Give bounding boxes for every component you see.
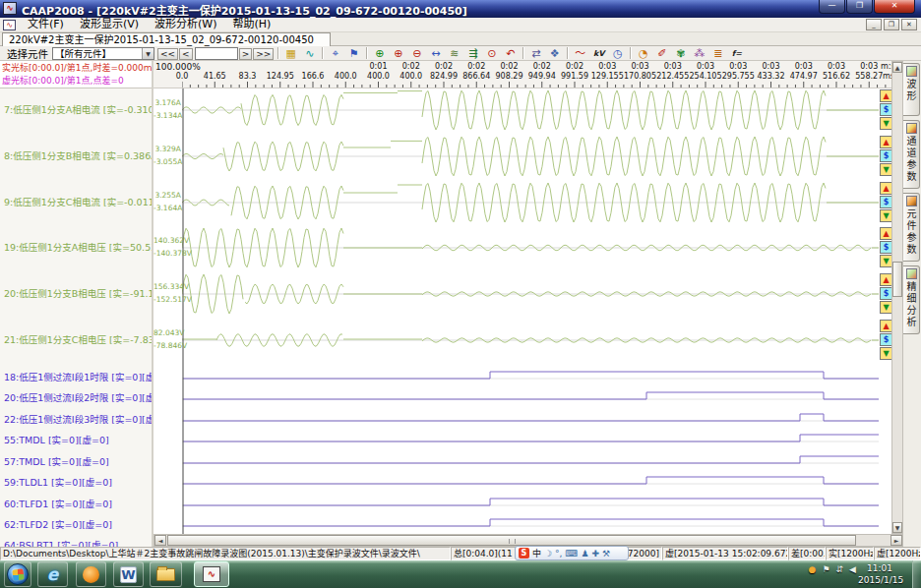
channel-list-panel: 实光标[0:00.0]/第1点,时差=0.000ms 虚光标[0:00.0]/第… — [0, 61, 154, 547]
zoom-in-time-icon[interactable]: ⊕ — [370, 46, 389, 61]
menu-wave-analysis[interactable]: 波形分析(W) — [147, 18, 224, 30]
element-selector-combobox[interactable]: 【所有元件】 ▼ — [52, 47, 154, 60]
axis-tick-ms: 129.155 — [590, 72, 624, 81]
tab-waveform[interactable]: 波形 — [903, 63, 920, 116]
palette-icon[interactable]: ▦ — [281, 46, 300, 61]
chinese-mode-icon[interactable]: 中 — [532, 548, 541, 559]
tab-element-params[interactable]: 元件参数 — [903, 193, 920, 262]
zoom-out-amp-icon[interactable]: ⊖ — [407, 46, 426, 61]
axis-tick-minute: 0:02 — [427, 62, 460, 71]
channel-label-digital-55[interactable]: 55:TMDL [实=0][虚=0] — [4, 433, 152, 446]
phase-pie-icon[interactable]: ◔ — [634, 46, 652, 61]
fit-width-icon[interactable]: ↔ — [426, 46, 445, 61]
skin-icon[interactable]: ✚ — [592, 548, 600, 559]
channel-label-digital-18[interactable]: 18:低压1侧过流Ⅰ段1时限 [实=0][虚=0] — [4, 370, 152, 383]
tray-update-icon[interactable]: ● — [809, 564, 817, 574]
pan-flag-icon[interactable]: ⚑ — [344, 46, 363, 61]
close-button[interactable]: ✕ — [874, 0, 915, 14]
scroll-left-icon[interactable]: ◄ — [154, 535, 166, 546]
scroll-right-icon[interactable]: ► — [890, 535, 902, 546]
show-desktop-button[interactable] — [912, 560, 921, 588]
minimize-button[interactable]: — — [819, 0, 845, 14]
overlay-waves-icon[interactable]: ≋ — [445, 46, 463, 61]
tab-fine-analysis[interactable]: 精细分析 — [903, 265, 920, 334]
prev-page-button[interactable]: < — [179, 48, 193, 60]
word-taskbar-button[interactable]: W — [113, 561, 144, 587]
scroll-down-icon[interactable]: ▼ — [892, 522, 902, 533]
page-input[interactable] — [195, 47, 238, 60]
sine-wave-icon[interactable]: ∿ — [300, 46, 319, 61]
start-button[interactable] — [4, 561, 31, 587]
flower-icon[interactable]: ✾ — [671, 46, 690, 61]
star-analysis-icon[interactable]: ❖ — [545, 46, 564, 61]
clock-icon[interactable]: ◷ — [608, 46, 627, 61]
ie-taskbar-button[interactable]: e — [37, 561, 68, 587]
sequence-bars-icon[interactable]: ≣ — [708, 46, 727, 61]
toolbox-icon[interactable]: ⚒ — [602, 548, 610, 559]
punctuation-icon[interactable]: °, — [555, 548, 562, 559]
ripple-icon[interactable]: 〜 — [571, 46, 589, 61]
kv-icon[interactable]: kV — [589, 46, 608, 61]
channel-label-analog-19[interactable]: 19:低压侧1分支A相电压 [实=50.534V][虚 — [4, 240, 152, 254]
waveform-plot[interactable]: 3.176A-3.134A▲$▼3.329A-3.055A▲$▼3.255A-3… — [154, 88, 891, 534]
sogou-logo-icon[interactable]: S — [519, 548, 529, 559]
channel-label-analog-7[interactable]: 7:低压侧1分支A相电流 [实=-0.310A][虚 — [4, 102, 152, 116]
tray-action-center-icon[interactable]: ⚑ — [822, 564, 829, 574]
cross-waves-icon[interactable]: ⁂ — [690, 46, 708, 61]
y-max-label-19: 140.362V — [154, 236, 181, 245]
menu-file[interactable]: 文件(F) — [20, 18, 72, 30]
swap-compare-icon[interactable]: ⇄ — [526, 46, 545, 61]
channel-label-analog-20[interactable]: 20:低压侧1分支B相电压 [实=-91.178V][ — [4, 286, 152, 300]
toolbar-separator — [322, 47, 323, 59]
maximize-button[interactable]: ❐ — [846, 0, 873, 14]
undo-zoom-icon[interactable]: ↶ — [501, 46, 520, 61]
next-page-button[interactable]: > — [239, 48, 253, 60]
toolbar-separator — [366, 47, 367, 59]
chevron-down-icon[interactable]: ▼ — [142, 48, 154, 59]
tray-network-icon[interactable]: ⇵ — [836, 564, 844, 574]
channel-label-digital-22[interactable]: 22:低压1侧过流Ⅰ段3时限 [实=0][虚=0] — [4, 412, 152, 426]
menu-help[interactable]: 帮助(H) — [225, 18, 279, 30]
y-max-label-21: 82.043V — [154, 328, 181, 337]
fullwidth-moon-icon[interactable]: ☽ — [544, 548, 552, 559]
first-page-button[interactable]: << — [157, 48, 178, 60]
axis-tick-minute: 0:03 — [755, 62, 788, 71]
document-tab[interactable]: 220kV#2主变主一保护2015-01-13-15_02_09-672-001… — [2, 32, 331, 46]
cursor-info-box: 实光标[0:00.0]/第1点,时差=0.000ms 虚光标[0:00.0]/第… — [0, 61, 152, 88]
clock[interactable]: 11:01 2015/1/15 — [858, 562, 901, 586]
tray-volume-icon[interactable]: ◀ — [849, 564, 856, 574]
last-page-button[interactable]: >> — [253, 48, 274, 60]
explorer-taskbar-button[interactable] — [150, 561, 182, 587]
tab-channel-params[interactable]: 通道参数 — [903, 120, 920, 189]
measure-cursor-icon[interactable]: ⌖ — [326, 46, 344, 61]
channel-label-digital-60[interactable]: 60:TLFD1 [实=0][虚=0] — [4, 497, 152, 510]
scroll-up-icon[interactable]: ▲ — [892, 62, 902, 73]
mdi-close-button[interactable]: ✕ — [901, 19, 917, 30]
account-icon[interactable]: ♟ — [581, 548, 588, 559]
channel-label-analog-8[interactable]: 8:低压侧1分支B相电流 [实=0.386A][虚 — [4, 148, 152, 162]
real-cursor-info: 实光标[0:00.0]/第1点,时差=0.000ms — [2, 62, 150, 75]
caap-taskbar-button[interactable]: ∿ — [194, 561, 229, 587]
vector-pen-icon[interactable]: ✐ — [652, 46, 671, 61]
zoom-in-amp-icon[interactable]: ⊕ — [389, 46, 407, 61]
horizontal-scroll-thumb[interactable] — [167, 535, 856, 546]
channel-label-digital-57[interactable]: 57:TMDL [实=0][虚=0] — [4, 454, 152, 468]
arrange-waves-icon[interactable]: ⇶ — [463, 46, 482, 61]
zoom-region-icon[interactable]: ⊙ — [482, 46, 501, 61]
channel-label-digital-62[interactable]: 62:TLFD2 [实=0][虚=0] — [4, 517, 152, 531]
channel-label-analog-9[interactable]: 9:低压侧1分支C相电流 [实=-0.011A][虚 — [4, 195, 152, 208]
channel-label-analog-21[interactable]: 21:低压侧1分支C相电压 [实=-7.833V][虚 — [4, 332, 152, 346]
channel-label-digital-20[interactable]: 20:低压1侧过流Ⅰ段2时限 [实=0][虚=0] — [4, 390, 152, 404]
mdi-restore-button[interactable]: ❐ — [884, 19, 899, 30]
orange-app-taskbar-button[interactable] — [76, 561, 106, 587]
menu-wave-display[interactable]: 波形显示(V) — [72, 18, 147, 30]
channel-label-digital-59[interactable]: 59:TLDL1 [实=0][虚=0] — [4, 475, 152, 489]
fx-icon[interactable]: f= — [727, 46, 746, 61]
ime-toolbar[interactable]: S中☽°,⌨♟✚⚒ — [515, 546, 629, 560]
axis-tick-ms: 474.97 — [787, 72, 821, 81]
vertical-scroll-thumb[interactable] — [892, 262, 902, 297]
clock-date: 2015/1/15 — [858, 574, 901, 586]
soft-keyboard-icon[interactable]: ⌨ — [565, 548, 578, 559]
mdi-minimize-button[interactable]: _ — [866, 19, 882, 30]
vertical-scrollbar[interactable]: ▲▼ — [891, 61, 903, 534]
